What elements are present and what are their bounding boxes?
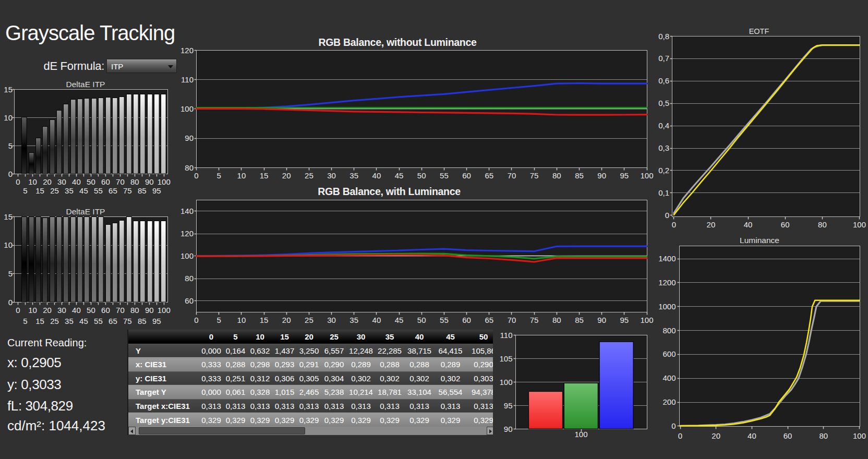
svg-text:1400: 1400 bbox=[658, 254, 676, 263]
svg-text:5: 5 bbox=[217, 316, 221, 324]
svg-text:25: 25 bbox=[50, 317, 59, 325]
svg-text:5: 5 bbox=[8, 269, 13, 278]
svg-text:0: 0 bbox=[16, 177, 20, 186]
svg-text:140: 140 bbox=[180, 207, 194, 215]
svg-text:30: 30 bbox=[327, 316, 336, 324]
svg-text:40: 40 bbox=[748, 431, 756, 440]
svg-text:110: 110 bbox=[500, 331, 513, 340]
svg-text:110: 110 bbox=[181, 75, 194, 84]
svg-text:55: 55 bbox=[440, 171, 449, 180]
svg-text:95: 95 bbox=[152, 186, 161, 195]
svg-text:200: 200 bbox=[662, 397, 676, 406]
svg-text:400: 400 bbox=[662, 373, 676, 382]
svg-text:90: 90 bbox=[145, 177, 154, 186]
svg-text:30: 30 bbox=[57, 306, 66, 315]
svg-text:0: 0 bbox=[8, 170, 13, 178]
svg-text:0,8: 0,8 bbox=[658, 32, 669, 41]
svg-text:0,7: 0,7 bbox=[658, 54, 669, 63]
svg-text:15: 15 bbox=[35, 317, 44, 325]
svg-text:90: 90 bbox=[145, 306, 154, 315]
svg-text:15: 15 bbox=[4, 212, 13, 221]
svg-text:60: 60 bbox=[462, 171, 471, 180]
svg-text:0: 0 bbox=[194, 171, 198, 180]
svg-text:0,5: 0,5 bbox=[658, 99, 669, 107]
svg-text:Luminance: Luminance bbox=[740, 236, 779, 245]
svg-text:0: 0 bbox=[678, 431, 682, 440]
svg-text:75: 75 bbox=[123, 317, 132, 325]
svg-text:0,1: 0,1 bbox=[658, 188, 669, 197]
svg-text:5: 5 bbox=[8, 141, 13, 150]
svg-text:50: 50 bbox=[417, 316, 426, 324]
svg-text:5: 5 bbox=[217, 171, 221, 180]
svg-text:85: 85 bbox=[575, 171, 584, 180]
svg-text:70: 70 bbox=[508, 171, 516, 180]
svg-text:45: 45 bbox=[79, 317, 88, 325]
svg-text:10: 10 bbox=[237, 171, 246, 180]
svg-text:0,4: 0,4 bbox=[658, 121, 669, 130]
svg-text:80: 80 bbox=[130, 177, 139, 186]
svg-text:100: 100 bbox=[158, 177, 171, 186]
svg-text:90: 90 bbox=[597, 316, 606, 324]
svg-text:10: 10 bbox=[28, 177, 37, 186]
svg-text:600: 600 bbox=[662, 349, 676, 358]
svg-text:40: 40 bbox=[372, 316, 381, 324]
svg-text:100: 100 bbox=[853, 431, 866, 440]
svg-text:60: 60 bbox=[101, 306, 110, 315]
svg-text:90: 90 bbox=[504, 425, 513, 433]
svg-text:20: 20 bbox=[707, 220, 716, 229]
svg-text:50: 50 bbox=[417, 171, 426, 180]
svg-text:80: 80 bbox=[130, 306, 139, 315]
svg-text:0: 0 bbox=[16, 306, 20, 315]
svg-text:0,3: 0,3 bbox=[658, 143, 669, 152]
svg-text:75: 75 bbox=[123, 186, 132, 195]
svg-text:0,2: 0,2 bbox=[658, 166, 669, 175]
svg-text:RGB Balance, with Luminance: RGB Balance, with Luminance bbox=[318, 186, 461, 197]
svg-text:10: 10 bbox=[4, 113, 13, 122]
svg-text:15: 15 bbox=[260, 171, 269, 180]
svg-text:95: 95 bbox=[620, 171, 629, 180]
svg-text:1200: 1200 bbox=[658, 278, 676, 287]
svg-text:70: 70 bbox=[116, 306, 125, 315]
svg-text:100: 100 bbox=[853, 220, 866, 229]
svg-text:65: 65 bbox=[485, 316, 493, 324]
svg-text:100: 100 bbox=[499, 378, 512, 386]
svg-text:80: 80 bbox=[552, 316, 561, 324]
svg-text:70: 70 bbox=[116, 177, 125, 186]
svg-text:60: 60 bbox=[185, 296, 194, 305]
svg-text:25: 25 bbox=[50, 186, 59, 195]
svg-text:50: 50 bbox=[87, 306, 95, 315]
svg-text:25: 25 bbox=[305, 316, 314, 324]
svg-text:20: 20 bbox=[43, 306, 52, 315]
svg-text:85: 85 bbox=[575, 316, 584, 324]
svg-text:35: 35 bbox=[65, 186, 74, 195]
svg-text:0,6: 0,6 bbox=[658, 76, 669, 85]
svg-text:60: 60 bbox=[781, 220, 790, 229]
svg-text:100: 100 bbox=[574, 430, 587, 439]
svg-text:15: 15 bbox=[260, 316, 269, 324]
svg-text:35: 35 bbox=[349, 316, 358, 324]
svg-text:EOTF: EOTF bbox=[749, 27, 769, 35]
svg-text:95: 95 bbox=[620, 316, 629, 324]
svg-text:55: 55 bbox=[440, 316, 449, 324]
svg-text:80: 80 bbox=[552, 171, 561, 180]
svg-text:100: 100 bbox=[180, 251, 194, 260]
svg-text:45: 45 bbox=[395, 171, 404, 180]
svg-text:5: 5 bbox=[23, 186, 27, 195]
svg-text:70: 70 bbox=[508, 316, 516, 324]
svg-text:100: 100 bbox=[158, 306, 171, 315]
svg-text:80: 80 bbox=[185, 274, 194, 283]
svg-text:25: 25 bbox=[305, 171, 314, 180]
svg-text:15: 15 bbox=[4, 85, 13, 94]
svg-text:60: 60 bbox=[783, 431, 792, 440]
svg-text:5: 5 bbox=[23, 317, 27, 325]
svg-text:40: 40 bbox=[72, 306, 81, 315]
svg-text:0: 0 bbox=[665, 211, 669, 220]
svg-text:65: 65 bbox=[108, 186, 117, 195]
svg-text:40: 40 bbox=[72, 177, 81, 186]
svg-text:10: 10 bbox=[237, 316, 246, 324]
svg-text:65: 65 bbox=[485, 171, 493, 180]
svg-text:120: 120 bbox=[180, 46, 194, 55]
svg-text:40: 40 bbox=[744, 220, 753, 229]
svg-text:20: 20 bbox=[282, 171, 291, 180]
svg-text:DeltaE ITP: DeltaE ITP bbox=[66, 80, 105, 89]
